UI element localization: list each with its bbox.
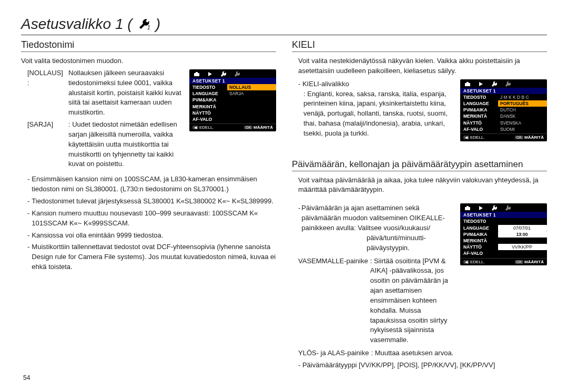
section-rule (292, 171, 547, 171)
lcd-footer-right: MÄÄRITÄ (253, 125, 273, 130)
lcd-item-r (227, 110, 276, 116)
row-desc: : Uudet tiedostot nimetään edellisen sar… (68, 120, 184, 169)
lcd-item-l: LANGUAGE (460, 100, 498, 107)
lcd-item-r: SARJA (227, 90, 276, 97)
camera-icon (464, 81, 471, 87)
lcd-item-l: AF-VALO (189, 116, 227, 122)
lcd-item-l: TIEDOSTO (189, 84, 227, 90)
section-title-kieli: KIELI (292, 39, 547, 50)
lcd-item-l: MERKINTÄ (460, 113, 498, 119)
row-desc: Nollauksen jälkeen seuraavaksi tiedoston… (68, 68, 184, 118)
lcd-screen-language: ASETUKSET 1 TIEDOSTOJ M K K D B C LANGUA… (460, 79, 547, 141)
para1: Päivämäärän ja ajan asettaminen sekä päi… (301, 203, 455, 233)
wrench2-tab-icon (504, 205, 511, 211)
wrench1-tab-icon (491, 205, 497, 211)
lcd-item-r: DANSK (498, 113, 547, 119)
lcd-item-l: AF-VALO (460, 126, 498, 132)
lcd-item-r (227, 116, 276, 122)
lcd-item-l: NÄYTTÖ (189, 110, 227, 116)
lcd-item-l: AF-VALO (460, 250, 498, 256)
svg-rect-1 (194, 73, 199, 76)
camera-icon (464, 205, 471, 211)
lcd-item-r (498, 218, 547, 224)
bullet: Muistikorttiin tallennettavat tiedostot … (32, 242, 276, 272)
lcd-item-l: TIEDOSTO (460, 218, 498, 224)
lcd-item-l: PVM&AIKA (460, 107, 498, 113)
lcd-footer-ok: OK (515, 260, 523, 264)
page-number: 54 (23, 374, 30, 381)
svg-marker-6 (479, 82, 483, 86)
lcd-footer-ok: OK (515, 136, 523, 139)
row-label: [NOLLAUS] : (27, 68, 65, 88)
row-label: [SARJA] (27, 120, 65, 130)
kv-right: : Siirtää osoitinta [PVM & AIKA] -pääval… (370, 256, 455, 346)
lcd-screen-file: ASETUKSET 1 TIEDOSTONOLLAUS LANGUAGESARJ… (189, 69, 276, 131)
lcd-footer-right: MÄÄRITÄ (524, 135, 544, 140)
lcd-item-r (498, 238, 547, 244)
wrench2-tab-icon (234, 71, 240, 77)
svg-marker-3 (208, 72, 212, 76)
bullet: Kansiossa voi olla enintään 9999 tiedost… (32, 231, 163, 241)
wrench1-tab-icon (491, 81, 497, 87)
bullet: Ensimmäisen kansion nimi on 100SSCAM, ja… (32, 174, 276, 194)
title-rule (21, 35, 547, 35)
lcd-item-r: 13:00 (498, 231, 547, 238)
section-rule (21, 51, 276, 52)
lcd-item-r (498, 250, 547, 256)
lcd-item-l: PVM&AIKA (189, 97, 227, 103)
lcd-item-r: DUTCH (498, 107, 547, 113)
para1-dash: - (298, 203, 300, 233)
bullet: Kansion numero muuttuu nousevasti 100–99… (32, 209, 276, 229)
lcd-item-r (227, 104, 276, 110)
kv-left: YLÖS- ja ALAS-painike (298, 348, 369, 358)
lcd-item-r: J M K K D B C (498, 94, 547, 100)
svg-rect-4 (465, 83, 470, 86)
wrench1-tab-icon (220, 71, 226, 77)
lcd-item-r: SUOMI (498, 126, 547, 132)
lcd-item-l: MERKINTÄ (460, 238, 498, 244)
svg-rect-8 (466, 206, 469, 207)
svg-rect-2 (196, 72, 198, 73)
page-title: Asetusvalikko 1 ( 1 ) (21, 16, 547, 33)
kv-right: : Muuttaa asetuksen arvoa. (371, 348, 547, 358)
lcd-footer-left: EDELL. (470, 260, 485, 264)
lcd-item-l: NÄYTTÖ (460, 120, 498, 126)
lcd-header: ASETUKSET 1 (460, 212, 547, 218)
lcd-item-r: PORTUGUÊS (498, 100, 547, 107)
lcd-header: ASETUKSET 1 (189, 78, 276, 84)
lcd-footer-ok: OK (244, 126, 252, 129)
play-icon (207, 71, 212, 77)
kv-left: VASEMMALLE-painike (298, 256, 368, 266)
lcd-item-l: PVM&AIKA (460, 231, 498, 238)
page-title-suffix: ) (156, 16, 160, 33)
bullet: Tiedostonimet tulevat järjestyksessä SL3… (32, 197, 273, 207)
svg-rect-7 (465, 207, 470, 210)
camera-icon (194, 71, 200, 77)
left-intro: Voit valita tiedostonimen muodon. (21, 56, 276, 66)
lcd-item-l: MERKINTÄ (189, 104, 227, 110)
right-column: KIELI Voit valita nestekidenäytössä näky… (292, 39, 547, 370)
lcd-item-l: NÄYTTÖ (460, 244, 498, 250)
lcd-footer-left: EDELL. (199, 125, 214, 130)
section-title-datetime: Päivämäärän, kellonajan ja päivämäärätyy… (292, 159, 547, 170)
lcd-item-r: SVENSKA (498, 120, 547, 126)
lcd-item-r (227, 97, 276, 103)
lcd-header: ASETUKSET 1 (460, 88, 547, 94)
section-rule (292, 51, 547, 52)
lcd-item-l: LANGUAGE (189, 90, 227, 97)
lcd-item-r: NOLLAUS (227, 84, 276, 90)
datetime-intro: Voit vaihtaa päivämäärää ja aikaa, joka … (298, 176, 547, 195)
lcd-item-l: LANGUAGE (460, 225, 498, 231)
wrench1-icon: 1 (136, 18, 153, 30)
left-column: Tiedostonimi Voit valita tiedostonimen m… (21, 39, 276, 370)
section-title-tiedostonimi: Tiedostonimi (21, 39, 276, 50)
lcd-footer-right: MÄÄRITÄ (524, 260, 544, 264)
svg-rect-5 (466, 82, 469, 83)
kieli-intro: Voit valita nestekidenäytössä näkyvän ki… (298, 56, 547, 76)
lcd-item-r: VV/KK/PP (498, 244, 547, 250)
lcd-footer-left: EDELL. (470, 135, 485, 140)
page-title-text: Asetusvalikko 1 ( (21, 16, 133, 33)
play-icon (478, 81, 483, 87)
wrench2-tab-icon (504, 81, 511, 87)
svg-text:1: 1 (147, 25, 150, 30)
